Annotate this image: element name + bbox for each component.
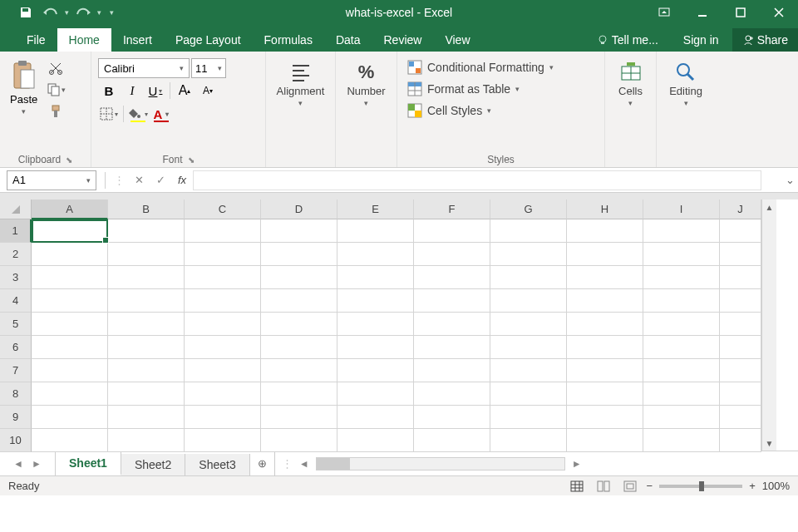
cell[interactable] bbox=[185, 219, 261, 243]
zoom-out-button[interactable]: − bbox=[647, 480, 653, 492]
copy-button[interactable]: ▾ bbox=[44, 80, 67, 100]
cell[interactable] bbox=[185, 359, 261, 382]
maximize-button[interactable] bbox=[722, 0, 760, 25]
cell[interactable] bbox=[337, 219, 414, 243]
row-header[interactable]: 8 bbox=[0, 382, 32, 406]
cell[interactable] bbox=[108, 219, 185, 243]
insert-function-button[interactable]: fx bbox=[171, 170, 193, 190]
cell[interactable] bbox=[567, 243, 643, 266]
cell[interactable] bbox=[261, 289, 337, 313]
cell[interactable] bbox=[490, 359, 567, 382]
cell[interactable] bbox=[337, 406, 414, 429]
conditional-formatting-button[interactable]: Conditional Formatting▾ bbox=[404, 58, 557, 76]
italic-button[interactable]: I bbox=[121, 80, 143, 101]
cell[interactable] bbox=[108, 382, 185, 406]
cell[interactable] bbox=[720, 359, 761, 382]
format-painter-button[interactable] bbox=[44, 101, 67, 121]
cell[interactable] bbox=[337, 289, 414, 313]
cell[interactable] bbox=[720, 336, 761, 359]
cell[interactable] bbox=[32, 289, 108, 313]
row-header[interactable]: 6 bbox=[0, 336, 32, 359]
cell[interactable] bbox=[185, 336, 261, 359]
scroll-up-icon[interactable]: ▲ bbox=[762, 200, 776, 214]
cell[interactable] bbox=[261, 406, 337, 429]
shrink-font-button[interactable]: A▾ bbox=[197, 80, 219, 101]
row-header[interactable]: 2 bbox=[0, 243, 32, 266]
cell[interactable] bbox=[567, 219, 643, 243]
cell[interactable] bbox=[337, 382, 414, 406]
cell[interactable] bbox=[108, 266, 185, 289]
cell[interactable] bbox=[414, 336, 490, 359]
cell[interactable] bbox=[720, 243, 761, 266]
font-launcher-icon[interactable]: ⬊ bbox=[188, 155, 195, 165]
cell[interactable] bbox=[185, 313, 261, 336]
borders-button[interactable]: ▾ bbox=[98, 103, 120, 125]
column-header[interactable]: D bbox=[261, 200, 337, 219]
tab-file[interactable]: File bbox=[15, 28, 57, 52]
row-header[interactable]: 7 bbox=[0, 359, 32, 382]
cell[interactable] bbox=[32, 266, 108, 289]
tab-insert[interactable]: Insert bbox=[111, 28, 164, 52]
cell[interactable] bbox=[720, 313, 761, 336]
cell[interactable] bbox=[414, 382, 490, 406]
sheet-nav-next-icon[interactable]: ► bbox=[28, 456, 45, 472]
sheet-tab[interactable]: Sheet1 bbox=[56, 451, 121, 475]
cell[interactable] bbox=[108, 243, 185, 266]
tab-data[interactable]: Data bbox=[324, 28, 372, 52]
alignment-button[interactable]: Alignment ▾ bbox=[273, 58, 328, 111]
cell[interactable] bbox=[261, 313, 337, 336]
hscroll-right-icon[interactable]: ► bbox=[569, 456, 585, 472]
grow-font-button[interactable]: A▴ bbox=[174, 80, 195, 101]
cell[interactable] bbox=[490, 336, 567, 359]
cell[interactable] bbox=[185, 429, 261, 452]
cell[interactable] bbox=[261, 429, 337, 452]
ribbon-display-icon[interactable] bbox=[645, 0, 683, 25]
redo-icon[interactable] bbox=[72, 2, 94, 23]
close-button[interactable] bbox=[760, 0, 798, 25]
cell[interactable] bbox=[643, 243, 720, 266]
cell[interactable] bbox=[337, 336, 414, 359]
cell[interactable] bbox=[185, 382, 261, 406]
name-box[interactable]: A1▾ bbox=[7, 170, 96, 190]
underline-button[interactable]: U▾ bbox=[145, 80, 166, 101]
sign-in-button[interactable]: Sign in bbox=[672, 28, 731, 52]
row-header[interactable]: 5 bbox=[0, 313, 32, 336]
column-header[interactable]: B bbox=[108, 200, 185, 219]
cell[interactable] bbox=[414, 289, 490, 313]
cell[interactable] bbox=[32, 313, 108, 336]
undo-dropdown-icon[interactable]: ▾ bbox=[65, 8, 69, 17]
cell[interactable] bbox=[32, 406, 108, 429]
column-header[interactable]: I bbox=[643, 200, 720, 219]
cell[interactable] bbox=[261, 382, 337, 406]
cell[interactable] bbox=[567, 336, 643, 359]
cell[interactable] bbox=[32, 429, 108, 452]
cell[interactable] bbox=[185, 289, 261, 313]
row-header[interactable]: 9 bbox=[0, 406, 32, 429]
sheet-tab[interactable]: Sheet3 bbox=[185, 454, 249, 475]
font-color-button[interactable]: A▾ bbox=[150, 103, 172, 125]
cell[interactable] bbox=[720, 429, 761, 452]
number-button[interactable]: % Number ▾ bbox=[342, 58, 392, 111]
cut-button[interactable] bbox=[44, 58, 67, 78]
new-sheet-button[interactable]: ⊕ bbox=[250, 451, 275, 476]
minimize-button[interactable] bbox=[683, 0, 722, 25]
column-header[interactable]: J bbox=[720, 200, 761, 219]
cell[interactable] bbox=[720, 382, 761, 406]
cell[interactable] bbox=[414, 359, 490, 382]
cell[interactable] bbox=[567, 313, 643, 336]
undo-icon[interactable] bbox=[40, 2, 62, 23]
cell[interactable] bbox=[32, 243, 108, 266]
font-size-dropdown[interactable]: 11▾ bbox=[191, 58, 226, 78]
sheet-nav-prev-icon[interactable]: ◄ bbox=[10, 456, 27, 472]
cell[interactable] bbox=[643, 219, 720, 243]
cell[interactable] bbox=[414, 313, 490, 336]
qat-customize-icon[interactable]: ▾ bbox=[110, 8, 114, 17]
cell[interactable] bbox=[108, 289, 185, 313]
cell[interactable] bbox=[490, 313, 567, 336]
cell[interactable] bbox=[490, 243, 567, 266]
row-header[interactable]: 4 bbox=[0, 289, 32, 313]
cell[interactable] bbox=[414, 406, 490, 429]
hscroll-left-icon[interactable]: ◄ bbox=[296, 456, 313, 472]
cell[interactable] bbox=[414, 429, 490, 452]
cancel-formula-button[interactable]: ✕ bbox=[128, 170, 150, 190]
